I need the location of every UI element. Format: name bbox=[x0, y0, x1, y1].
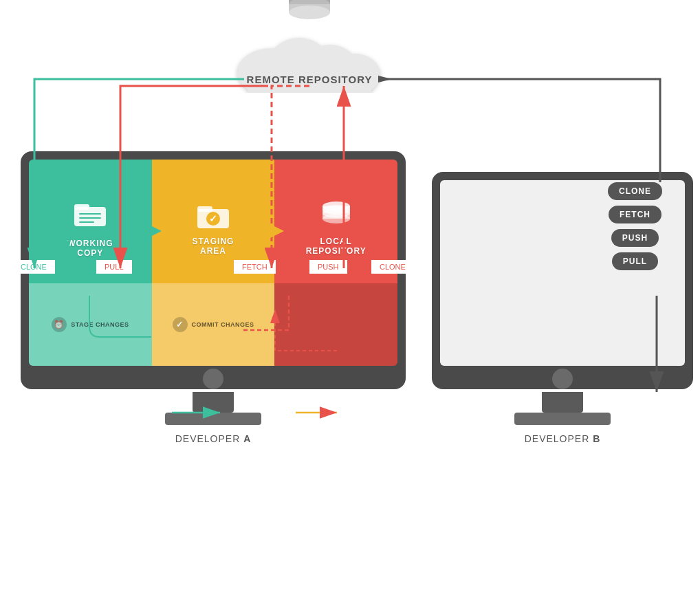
staging-folder-icon: ✓ bbox=[196, 201, 230, 232]
fetch-pill: FETCH bbox=[234, 260, 276, 274]
pull-b-button: PULL bbox=[612, 252, 658, 270]
pull-pill: PULL bbox=[96, 260, 132, 274]
svg-rect-15 bbox=[74, 204, 89, 210]
svg-text:✓: ✓ bbox=[209, 213, 217, 224]
remote-repository-label: REMOTE REPOSITORY bbox=[247, 74, 373, 85]
stage-changes-label: STAGE CHANGES bbox=[71, 321, 129, 328]
svg-rect-14 bbox=[74, 207, 106, 226]
staging-area-label: STAGINGAREA bbox=[193, 237, 234, 256]
monitor-b-stand bbox=[542, 392, 583, 413]
fetch-b-button: FETCH bbox=[609, 206, 661, 223]
monitor-b-button bbox=[552, 369, 573, 389]
clone-b-button: CLONE bbox=[608, 182, 662, 200]
push-pill: PUSH bbox=[309, 260, 347, 274]
monitor-a-base bbox=[165, 413, 261, 425]
svg-marker-19 bbox=[142, 221, 162, 241]
git-workflow-diagram: REMOTE REPOSITORY bbox=[0, 0, 700, 590]
monitor-a-stand bbox=[193, 392, 234, 413]
developer-b-sidebar: CLONE FETCH PUSH PULL bbox=[608, 182, 662, 270]
monitor-a-button bbox=[203, 369, 223, 389]
developer-a-monitor: WORKINGCOPY ⏰ STAGE CHANGES bbox=[21, 151, 406, 444]
stage-changes-area: ⏰ STAGE CHANGES bbox=[29, 283, 152, 366]
developer-a-label: DEVELOPER A bbox=[21, 433, 406, 444]
stage-icon: ⏰ bbox=[52, 317, 67, 332]
svg-point-8 bbox=[289, 6, 330, 19]
svg-point-31 bbox=[322, 214, 350, 223]
monitor-b-base bbox=[514, 413, 611, 425]
clone-left-pill: CLONE bbox=[12, 260, 55, 274]
commit-icon: ✓ bbox=[173, 317, 188, 332]
folder-icon bbox=[73, 199, 107, 234]
database-icon bbox=[285, 0, 334, 29]
local-bottom bbox=[274, 283, 397, 366]
clone-mid-pill: CLONE bbox=[371, 260, 414, 274]
svg-marker-24 bbox=[265, 221, 284, 241]
developer-b-label: DEVELOPER B bbox=[432, 433, 693, 444]
local-repository-label: LOCALREPOSITORY bbox=[306, 237, 367, 256]
local-db-icon bbox=[320, 201, 353, 232]
commit-changes-area: ✓ COMMIT CHANGES bbox=[152, 283, 275, 366]
remote-repository-cloud: REMOTE REPOSITORY bbox=[234, 14, 385, 93]
push-b-button: PUSH bbox=[611, 229, 659, 247]
svg-rect-21 bbox=[197, 206, 212, 212]
working-copy-label: WORKINGCOPY bbox=[67, 239, 113, 258]
commit-changes-label: COMMIT CHANGES bbox=[192, 321, 254, 328]
